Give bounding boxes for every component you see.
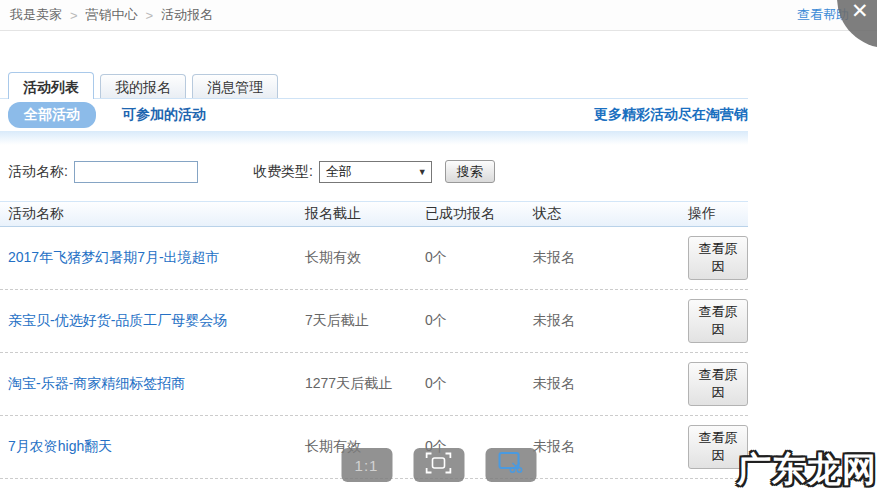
activity-name-link[interactable]: 2017年飞猪梦幻暑期7月-出境超市 (8, 249, 220, 265)
table-header-row: 活动名称报名截止已成功报名状态操作 (0, 201, 748, 227)
zoom-1-1-label: 1:1 (355, 457, 379, 474)
activity-table: 活动名称报名截止已成功报名状态操作 2017年飞猪梦幻暑期7月-出境超市长期有效… (0, 201, 748, 479)
status-cell: 未报名 (533, 375, 688, 393)
tab-2[interactable]: 消息管理 (192, 74, 278, 98)
fee-type-select[interactable]: 全部 ▼ (319, 161, 432, 183)
screenshot-crop-button[interactable] (485, 448, 536, 482)
table-row: 2017年飞猪梦幻暑期7月-出境超市长期有效0个未报名查看原因 (0, 227, 748, 290)
table-row: 淘宝-乐器-商家精细标签招商1277天后截止0个未报名查看原因 (0, 353, 748, 416)
breadcrumb-separator: > (146, 8, 154, 23)
signup-count-cell: 0个 (425, 249, 533, 267)
subnav-divider (0, 131, 748, 145)
watermark: 广东龙网 (737, 447, 877, 493)
deadline-cell: 1277天后截止 (305, 375, 425, 393)
breadcrumb-separator: > (70, 8, 78, 23)
main-content: 活动列表我的报名消息管理 全部活动 可参加的活动 更多精彩活动尽在淘营销 活动名… (0, 72, 748, 479)
activity-name-link[interactable]: 淘宝-乐器-商家精细标签招商 (8, 375, 185, 391)
filter-all-activities[interactable]: 全部活动 (8, 102, 96, 128)
activity-name-input[interactable] (74, 161, 198, 183)
breadcrumb: 我是卖家>营销中心>活动报名 (10, 6, 213, 24)
fit-to-screen-button[interactable] (413, 448, 464, 482)
tab-strip: 活动列表我的报名消息管理 (0, 72, 748, 99)
activity-name-label: 活动名称: (8, 163, 68, 181)
view-reason-button[interactable]: 查看原因 (688, 362, 748, 406)
table-body: 2017年飞猪梦幻暑期7月-出境超市长期有效0个未报名查看原因亲宝贝-优选好货-… (0, 227, 748, 479)
view-reason-button[interactable]: 查看原因 (688, 299, 748, 343)
more-activities-link[interactable]: 更多精彩活动尽在淘营销 (594, 106, 748, 124)
tab-1[interactable]: 我的报名 (100, 74, 186, 98)
search-form: 活动名称: 收费类型: 全部 ▼ 搜索 (8, 160, 748, 183)
table-header-cell: 报名截止 (305, 205, 425, 223)
table-header-cell: 活动名称 (8, 205, 305, 223)
topbar: 我是卖家>营销中心>活动报名 查看帮助 (0, 0, 877, 31)
status-cell: 未报名 (533, 438, 688, 456)
table-header-cell: 已成功报名 (425, 205, 533, 223)
fee-type-label: 收费类型: (253, 163, 313, 181)
close-icon: ✕ (851, 0, 869, 21)
deadline-cell: 7天后截止 (305, 312, 425, 330)
screenshot-crop-icon (498, 451, 524, 479)
activity-name-link[interactable]: 亲宝贝-优选好货-品质工厂母婴会场 (8, 312, 227, 328)
search-button[interactable]: 搜索 (445, 160, 495, 183)
table-header-cell: 操作 (688, 205, 748, 223)
view-reason-button[interactable]: 查看原因 (688, 236, 748, 280)
breadcrumb-item[interactable]: 我是卖家 (10, 6, 62, 24)
status-cell: 未报名 (533, 249, 688, 267)
breadcrumb-item: 活动报名 (161, 6, 213, 24)
chevron-down-icon: ▼ (418, 167, 427, 177)
fee-type-selected-value: 全部 (326, 163, 352, 181)
tab-0[interactable]: 活动列表 (8, 72, 94, 99)
signup-count-cell: 0个 (425, 312, 533, 330)
filter-joinable-activities[interactable]: 可参加的活动 (122, 106, 206, 124)
zoom-1-1-button[interactable]: 1:1 (341, 448, 392, 482)
fit-to-screen-icon (426, 452, 452, 478)
deadline-cell: 长期有效 (305, 249, 425, 267)
status-cell: 未报名 (533, 312, 688, 330)
signup-count-cell: 0个 (425, 375, 533, 393)
breadcrumb-item[interactable]: 营销中心 (86, 6, 138, 24)
subnav: 全部活动 可参加的活动 更多精彩活动尽在淘营销 (0, 99, 748, 131)
activity-name-link[interactable]: 7月农资high翻天 (8, 438, 112, 454)
table-header-cell: 状态 (533, 205, 688, 223)
table-row: 亲宝贝-优选好货-品质工厂母婴会场7天后截止0个未报名查看原因 (0, 290, 748, 353)
image-viewer-toolbar: 1:1 (341, 448, 536, 482)
